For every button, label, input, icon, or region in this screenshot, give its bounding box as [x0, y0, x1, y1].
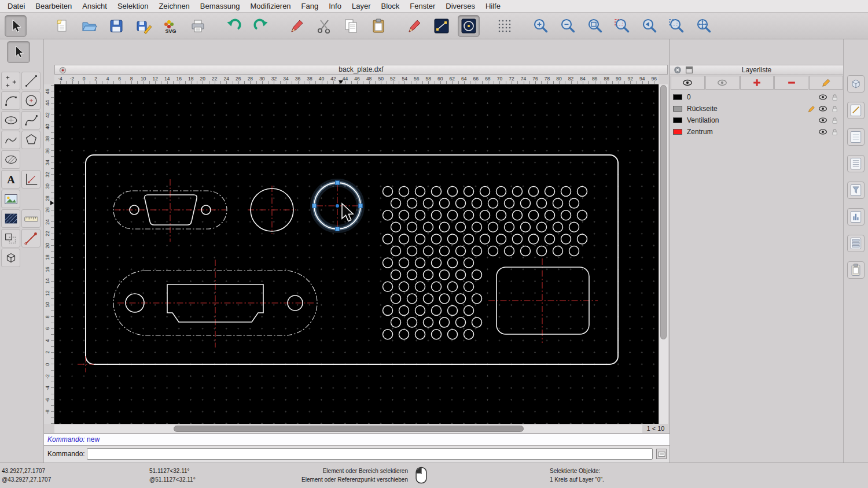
print-preview-button[interactable] — [187, 15, 209, 37]
tool-circle-button[interactable] — [21, 91, 41, 110]
save-button[interactable] — [105, 15, 127, 37]
left-button-hint: Element oder Bereich selektieren — [249, 467, 408, 475]
circle-tool-button[interactable] — [458, 15, 480, 37]
add-layer-button[interactable] — [740, 76, 774, 90]
menu-layer[interactable]: Layer — [347, 0, 376, 13]
tool-freehand-button[interactable] — [1, 131, 20, 149]
ventilation-hole — [480, 234, 490, 244]
layer-visibility-toggle[interactable] — [817, 103, 829, 114]
toggle-visibility-button[interactable] — [705, 76, 740, 90]
export-svg-button[interactable]: SVG — [160, 15, 182, 37]
tool-snap-button[interactable] — [21, 229, 41, 247]
copy-button[interactable] — [340, 15, 362, 37]
menu-bemassung[interactable]: Bemassung — [195, 0, 245, 13]
edit-layer-button[interactable] — [809, 76, 843, 90]
dock-columns-button[interactable] — [847, 208, 865, 225]
menu-block[interactable]: Block — [376, 0, 404, 13]
tool-arc-button[interactable] — [1, 91, 20, 110]
command-input[interactable] — [87, 448, 653, 460]
dock-list-button[interactable] — [847, 155, 865, 172]
zoom-window-button[interactable] — [665, 15, 687, 37]
tool-text-button[interactable]: A — [1, 170, 20, 188]
layer-row-ventilation[interactable]: Ventilation — [670, 114, 843, 126]
horizontal-scrollbar[interactable] — [54, 424, 642, 433]
layer-row-zentrum[interactable]: Zentrum — [670, 126, 843, 138]
open-file-button[interactable] — [78, 15, 100, 37]
tool-polygon-button[interactable] — [21, 131, 41, 149]
paste-button[interactable] — [367, 15, 389, 37]
ventilation-hole — [391, 198, 401, 208]
menu-bearbeiten[interactable]: Bearbeiten — [30, 0, 77, 13]
horizontal-scroll-thumb[interactable] — [174, 426, 524, 432]
layer-row-0[interactable]: 0 — [670, 91, 843, 103]
tool-ellipse-button[interactable] — [1, 111, 20, 130]
vertical-scrollbar[interactable] — [659, 84, 668, 424]
menu-hilfe[interactable]: Hilfe — [480, 0, 506, 13]
menu-ansicht[interactable]: Ansicht — [77, 0, 112, 13]
new-file-button[interactable] — [51, 15, 73, 37]
zoom-auto-button[interactable] — [584, 15, 606, 37]
tool-line-button[interactable] — [21, 72, 41, 90]
line-tool-button[interactable] — [431, 15, 453, 37]
dock-clip-button[interactable] — [847, 261, 865, 279]
drawing-canvas[interactable] — [54, 84, 659, 424]
dock-page-button[interactable] — [847, 128, 865, 146]
layer-visibility-toggle[interactable] — [817, 115, 829, 125]
selection-handle[interactable] — [359, 204, 363, 208]
layer-lock-toggle[interactable] — [829, 115, 840, 125]
grid-toggle-button[interactable] — [494, 15, 516, 37]
zoom-out-button[interactable] — [557, 15, 579, 37]
tool-spline-button[interactable] — [21, 111, 41, 130]
cut-button[interactable] — [313, 15, 335, 37]
dock-filter-button[interactable] — [847, 182, 865, 199]
undo-icon — [225, 17, 242, 35]
v-ruler-label: 24 — [45, 217, 54, 227]
show-all-layers-button[interactable] — [671, 76, 705, 90]
selection-handle[interactable] — [336, 227, 340, 231]
selection-handle[interactable] — [312, 204, 317, 208]
attributes-button[interactable] — [403, 15, 425, 37]
layer-lock-toggle[interactable] — [829, 92, 840, 102]
tool-dim-button[interactable] — [21, 170, 41, 188]
redo-button[interactable] — [250, 15, 272, 37]
layer-lock-toggle[interactable] — [829, 127, 840, 137]
h-ruler-label: 10 — [138, 76, 149, 82]
command-panel-button[interactable] — [656, 449, 667, 459]
layer-visibility-toggle[interactable] — [817, 92, 829, 102]
tool-image-button[interactable] — [1, 190, 20, 208]
dock-cube-button[interactable] — [847, 75, 865, 93]
tool-modify-button[interactable] — [1, 229, 20, 247]
tool-hatch-button[interactable] — [1, 209, 20, 228]
tool-points-button[interactable] — [1, 72, 20, 90]
undo-button[interactable] — [223, 15, 245, 37]
menu-fenster[interactable]: Fenster — [404, 0, 440, 13]
tool-hatch-ellipse-button[interactable] — [1, 150, 20, 169]
tool-box3d-button[interactable] — [1, 249, 20, 267]
zoom-pan-button[interactable] — [693, 15, 715, 37]
save-as-button[interactable] — [133, 15, 155, 37]
vertical-scroll-thumb[interactable] — [660, 85, 667, 339]
menu-modifizieren[interactable]: Modifizieren — [245, 0, 296, 13]
menu-selektion[interactable]: Selektion — [112, 0, 153, 13]
menu-info[interactable]: Info — [323, 0, 347, 13]
layer-row-rückseite[interactable]: Rückseite — [670, 103, 843, 114]
document-titlebar: back_plate.dxf — [54, 65, 668, 75]
dock-rows-button[interactable] — [847, 235, 865, 252]
layer-lock-toggle[interactable] — [829, 103, 840, 114]
selection-handle[interactable] — [336, 181, 340, 185]
tool-measure-button[interactable] — [21, 209, 41, 228]
selection-center-handle[interactable] — [336, 204, 339, 208]
menu-zeichnen[interactable]: Zeichnen — [153, 0, 194, 13]
menu-diverses[interactable]: Diverses — [440, 0, 480, 13]
zoom-select-button[interactable] — [611, 15, 633, 37]
layer-visibility-toggle[interactable] — [817, 127, 829, 137]
dock-draft-button[interactable] — [847, 102, 865, 119]
menu-datei[interactable]: Datei — [2, 0, 30, 13]
zoom-previous-button[interactable] — [638, 15, 660, 37]
delete-entity-button[interactable] — [286, 15, 308, 37]
select-tool-button[interactable] — [7, 41, 30, 63]
select-tool-button[interactable] — [5, 15, 27, 37]
remove-layer-button[interactable] — [774, 76, 808, 90]
zoom-in-button[interactable] — [529, 15, 551, 37]
menu-fang[interactable]: Fang — [296, 0, 324, 13]
